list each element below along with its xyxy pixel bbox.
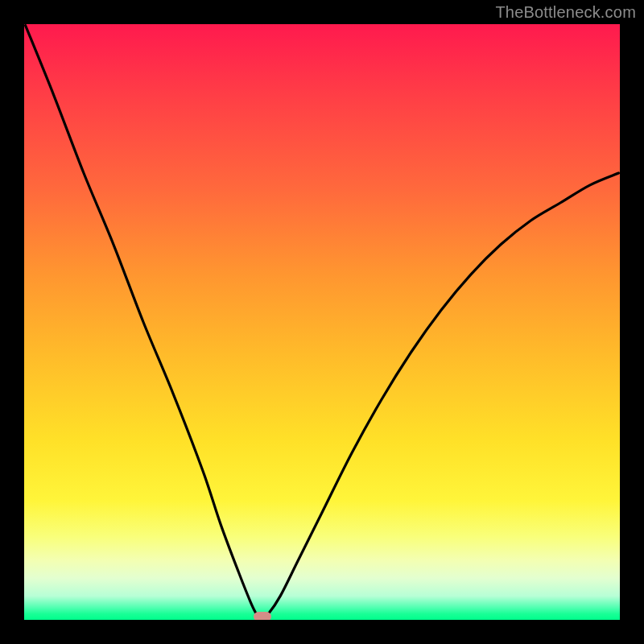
watermark-text: TheBottleneck.com [495, 3, 636, 22]
minimum-marker [254, 612, 271, 620]
chart-frame: TheBottleneck.com [0, 0, 644, 644]
bottleneck-curve [24, 24, 620, 620]
plot-area [24, 24, 620, 620]
